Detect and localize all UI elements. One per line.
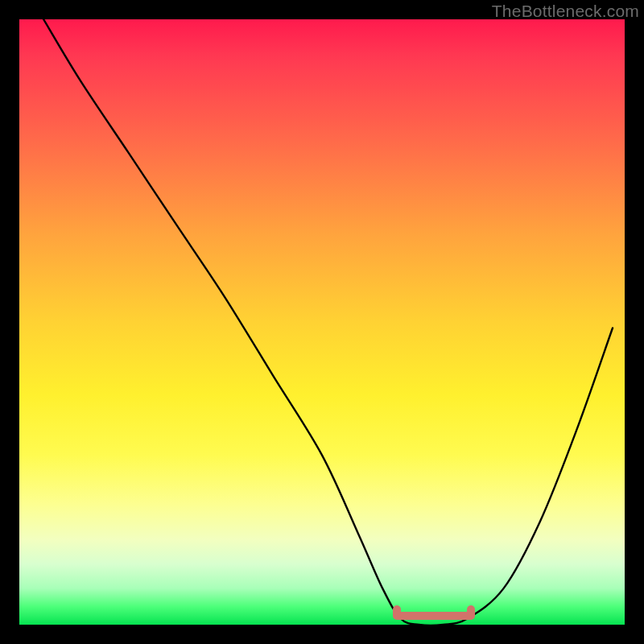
- optimal-range-marker: [394, 612, 473, 620]
- chart-frame: [19, 19, 625, 625]
- bottleneck-curve: [19, 19, 625, 625]
- watermark-text: TheBottleneck.com: [492, 2, 639, 21]
